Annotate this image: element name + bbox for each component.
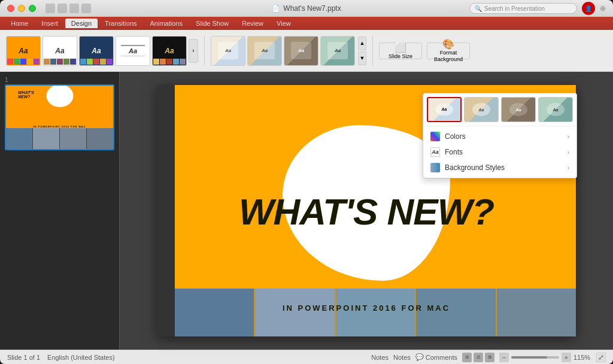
zoom-in-button[interactable]: +: [562, 353, 571, 362]
strip-2: [33, 128, 59, 149]
slide-thumb-subtitle: IN POWERPOINT 2016 FOR MAC: [8, 125, 111, 128]
slide-thumb-blob: [46, 84, 73, 107]
title-bar-tools: [45, 4, 91, 13]
strip-item-3: [336, 289, 415, 336]
minimize-button[interactable]: [18, 5, 25, 12]
slide-size-button[interactable]: ⬜ Slide Size: [379, 43, 422, 59]
tb-icon-4[interactable]: [81, 4, 91, 13]
tab-home[interactable]: Home: [5, 19, 34, 28]
close-button[interactable]: [7, 5, 14, 12]
variant-popup-thumb-3[interactable]: Aa: [501, 97, 536, 122]
variant-2[interactable]: Aa: [247, 36, 282, 66]
slide-title: WHAT'S NEW?: [239, 190, 494, 233]
variant-popup-thumb-4[interactable]: Aa: [538, 97, 573, 122]
notes-button[interactable]: Notes: [371, 354, 389, 361]
notes-label[interactable]: Notes: [393, 354, 411, 361]
maximize-button[interactable]: [29, 5, 36, 12]
bg-styles-arrow: ›: [568, 165, 569, 171]
tb-icon-3[interactable]: [69, 4, 79, 13]
zoom-out-button[interactable]: −: [499, 353, 509, 362]
strip-3: [60, 128, 86, 149]
variants-scroll-arrows: ▲ ▼: [358, 37, 366, 65]
variants-section: Aa Aa Aa Aa ▲ ▼: [211, 36, 366, 66]
zoom-controls: − + 115%: [499, 353, 591, 362]
tab-design[interactable]: Design: [65, 19, 98, 28]
variant-1[interactable]: Aa: [211, 36, 245, 66]
variant-dropdown: Aa Aa Aa Aa: [423, 93, 577, 178]
variant-popup-thumbs: Aa Aa Aa Aa: [423, 93, 576, 126]
comments-label: Comments: [426, 354, 457, 361]
variant-popup: Aa Aa Aa Aa: [423, 93, 577, 178]
slide-bottom-strip: [175, 289, 576, 336]
view-normal[interactable]: ⊞: [462, 353, 472, 362]
variants-scroll-up[interactable]: ▲: [358, 37, 366, 50]
view-fit[interactable]: ⊠: [485, 353, 494, 362]
themes-scroll-arrow[interactable]: ›: [189, 39, 198, 63]
variants-scroll-down[interactable]: ▼: [358, 51, 366, 65]
slide-thumbnail[interactable]: WHAT'SNEW? IN POWERPOINT 2016 FOR MAC: [5, 84, 114, 150]
toolbar-actions: ⬜ Slide Size: [379, 43, 422, 59]
colors-arrow: ›: [568, 134, 569, 140]
variant-popup-thumb-2[interactable]: Aa: [464, 97, 499, 122]
slide-subtitle: IN POWERPOINT 2016 FOR MAC: [157, 304, 576, 313]
language-info: English (United States): [47, 354, 115, 361]
search-bar[interactable]: 🔍 Search in Presentation: [469, 3, 577, 14]
slide-left-bar: [157, 85, 175, 336]
themes-section: Aa Aa Aa: [6, 36, 198, 66]
tab-review[interactable]: Review: [236, 19, 269, 28]
theme-4[interactable]: Aa: [116, 36, 150, 66]
fit-window-button[interactable]: ⤢: [596, 353, 606, 362]
tab-transitions[interactable]: Transitions: [99, 19, 142, 28]
tb-icon-1[interactable]: [45, 4, 55, 13]
strip-1: [6, 128, 32, 149]
status-bar-right: Notes Notes 💬 Comments ⊞ ⊟ ⊠ − + 115% ⤢: [371, 353, 606, 362]
comments-button[interactable]: 💬 Comments: [415, 353, 457, 361]
title-bar-right: 🔍 Search in Presentation 👤 ⊕: [469, 2, 606, 15]
format-bg-container: 🎨 FormatBackground: [427, 43, 470, 59]
strip-4: [87, 128, 113, 149]
view-icons: ⊞ ⊟ ⊠: [462, 353, 494, 362]
dropdown-menu-items: Colors › Aa Fonts › Background Styles ›: [423, 126, 576, 178]
tab-slideshow[interactable]: Slide Show: [190, 19, 235, 28]
bg-styles-icon: [430, 163, 440, 172]
variant-3[interactable]: Aa: [284, 36, 318, 66]
theme-3[interactable]: Aa: [79, 36, 114, 66]
tb-icon-2[interactable]: [57, 4, 67, 13]
variant-popup-thumb-1[interactable]: Aa: [427, 97, 462, 122]
profile-icon[interactable]: 👤: [582, 2, 595, 15]
title-bar: 📄 What's New7.pptx 🔍 Search in Presentat…: [0, 0, 613, 17]
menu-item-bg-styles[interactable]: Background Styles ›: [423, 160, 576, 175]
fullscreen-icon[interactable]: ⊕: [600, 4, 606, 13]
toolbar-divider-1: [204, 36, 205, 66]
strip-item-4: [416, 289, 495, 336]
slide-info: Slide 1 of 1: [7, 354, 40, 361]
menu-item-fonts[interactable]: Aa Fonts ›: [423, 144, 576, 160]
slide-panel: 1 WHAT'SNEW? IN POWERPOINT 2016 FOR MAC: [0, 72, 120, 350]
strip-item-5: [497, 289, 576, 336]
strip-item-2: [255, 289, 334, 336]
format-background-button[interactable]: 🎨 FormatBackground: [427, 43, 470, 59]
toolbar-divider-2: [372, 36, 373, 66]
zoom-slider[interactable]: [511, 356, 559, 359]
ribbon-tabs: Home Insert Design Transitions Animation…: [0, 17, 613, 30]
theme-2[interactable]: Aa: [43, 36, 77, 66]
tab-insert[interactable]: Insert: [35, 19, 64, 28]
colors-icon: [430, 132, 440, 141]
strip-item-1: [175, 289, 254, 336]
window-title: 📄 What's New7.pptx: [272, 4, 341, 13]
menu-item-colors[interactable]: Colors ›: [423, 129, 576, 144]
variant-4[interactable]: Aa: [320, 36, 355, 66]
zoom-slider-fill: [511, 356, 547, 359]
fonts-icon: Aa: [430, 147, 440, 157]
theme-5[interactable]: Aa: [152, 36, 187, 66]
tab-view[interactable]: View: [271, 19, 297, 28]
fonts-arrow: ›: [568, 149, 569, 156]
zoom-percent: 115%: [573, 354, 591, 361]
comments-icon: 💬: [415, 353, 424, 361]
slide-thumbnail-container: 1 WHAT'SNEW? IN POWERPOINT 2016 FOR MAC: [5, 77, 114, 150]
tab-animations[interactable]: Animations: [144, 19, 189, 28]
traffic-lights: [7, 5, 36, 12]
view-grid[interactable]: ⊟: [474, 353, 483, 362]
design-toolbar: Aa Aa Aa: [0, 30, 613, 72]
theme-1[interactable]: Aa: [6, 36, 41, 66]
